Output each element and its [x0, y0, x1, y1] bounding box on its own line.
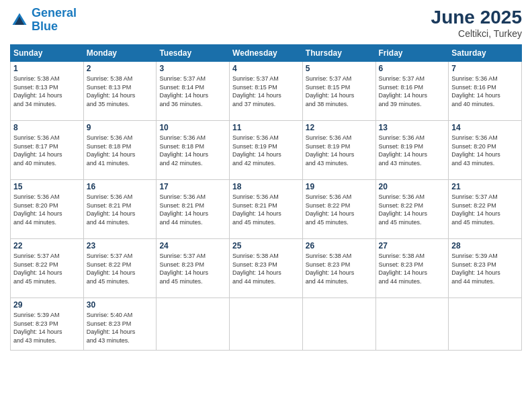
day-number: 23 — [87, 241, 154, 250]
calendar-header-row: SundayMondayTuesdayWednesdayThursdayFrid… — [11, 45, 522, 62]
calendar-cell: 1Sunrise: 5:38 AM Sunset: 8:13 PM Daylig… — [11, 62, 84, 121]
calendar-cell: 4Sunrise: 5:37 AM Sunset: 8:15 PM Daylig… — [230, 62, 303, 121]
calendar-cell — [302, 298, 375, 351]
day-number: 20 — [379, 182, 446, 191]
day-number: 18 — [232, 182, 300, 191]
day-info: Sunrise: 5:36 AM Sunset: 8:21 PM Dayligh… — [232, 193, 300, 226]
calendar-cell: 5Sunrise: 5:37 AM Sunset: 8:15 PM Daylig… — [302, 62, 375, 121]
day-number: 24 — [159, 241, 226, 250]
calendar-cell: 24Sunrise: 5:37 AM Sunset: 8:23 PM Dayli… — [157, 239, 230, 298]
logo-icon — [10, 11, 29, 30]
calendar-header-cell: Thursday — [302, 45, 375, 62]
day-number: 17 — [159, 182, 226, 191]
day-info: Sunrise: 5:36 AM Sunset: 8:21 PM Dayligh… — [87, 193, 154, 226]
calendar-cell: 22Sunrise: 5:37 AM Sunset: 8:22 PM Dayli… — [11, 239, 84, 298]
calendar-cell: 30Sunrise: 5:40 AM Sunset: 8:23 PM Dayli… — [83, 298, 157, 351]
calendar-cell: 17Sunrise: 5:36 AM Sunset: 8:21 PM Dayli… — [157, 180, 230, 239]
calendar-cell: 23Sunrise: 5:37 AM Sunset: 8:22 PM Dayli… — [83, 239, 157, 298]
calendar-cell: 3Sunrise: 5:37 AM Sunset: 8:14 PM Daylig… — [157, 62, 230, 121]
calendar-week-row: 8Sunrise: 5:36 AM Sunset: 8:17 PM Daylig… — [11, 121, 522, 180]
calendar-cell: 27Sunrise: 5:38 AM Sunset: 8:23 PM Dayli… — [375, 239, 449, 298]
day-info: Sunrise: 5:40 AM Sunset: 8:23 PM Dayligh… — [87, 311, 154, 345]
day-number: 1 — [13, 64, 81, 73]
calendar-body: 1Sunrise: 5:38 AM Sunset: 8:13 PM Daylig… — [11, 62, 522, 351]
month-title: June 2025 — [431, 7, 522, 28]
day-info: Sunrise: 5:38 AM Sunset: 8:23 PM Dayligh… — [306, 252, 373, 285]
day-number: 22 — [13, 241, 81, 250]
day-info: Sunrise: 5:37 AM Sunset: 8:23 PM Dayligh… — [159, 252, 226, 285]
logo-line2: Blue — [32, 19, 58, 33]
day-number: 8 — [13, 123, 81, 132]
day-number: 26 — [306, 241, 373, 250]
day-info: Sunrise: 5:37 AM Sunset: 8:15 PM Dayligh… — [306, 75, 373, 108]
title-block: June 2025 Celtikci, Turkey — [431, 7, 522, 39]
calendar-cell: 15Sunrise: 5:36 AM Sunset: 8:20 PM Dayli… — [11, 180, 84, 239]
calendar-cell: 11Sunrise: 5:36 AM Sunset: 8:19 PM Dayli… — [230, 121, 303, 180]
day-info: Sunrise: 5:36 AM Sunset: 8:22 PM Dayligh… — [306, 193, 373, 226]
calendar-cell: 18Sunrise: 5:36 AM Sunset: 8:21 PM Dayli… — [230, 180, 303, 239]
day-info: Sunrise: 5:36 AM Sunset: 8:18 PM Dayligh… — [87, 134, 154, 167]
calendar-week-row: 22Sunrise: 5:37 AM Sunset: 8:22 PM Dayli… — [11, 239, 522, 298]
calendar-cell: 26Sunrise: 5:38 AM Sunset: 8:23 PM Dayli… — [302, 239, 375, 298]
day-number: 2 — [87, 64, 154, 73]
day-number: 4 — [232, 64, 300, 73]
day-number: 28 — [451, 241, 519, 250]
day-info: Sunrise: 5:36 AM Sunset: 8:19 PM Dayligh… — [232, 134, 300, 167]
day-info: Sunrise: 5:38 AM Sunset: 8:23 PM Dayligh… — [379, 252, 446, 285]
day-info: Sunrise: 5:36 AM Sunset: 8:17 PM Dayligh… — [13, 134, 81, 167]
day-number: 7 — [451, 64, 519, 73]
calendar-header-cell: Wednesday — [230, 45, 303, 62]
day-info: Sunrise: 5:37 AM Sunset: 8:16 PM Dayligh… — [379, 75, 446, 108]
calendar: SundayMondayTuesdayWednesdayThursdayFrid… — [10, 44, 522, 351]
calendar-cell: 10Sunrise: 5:36 AM Sunset: 8:18 PM Dayli… — [157, 121, 230, 180]
day-info: Sunrise: 5:36 AM Sunset: 8:19 PM Dayligh… — [306, 134, 373, 167]
calendar-cell: 14Sunrise: 5:36 AM Sunset: 8:20 PM Dayli… — [449, 121, 522, 180]
logo-line1: General — [32, 6, 77, 19]
day-info: Sunrise: 5:39 AM Sunset: 8:23 PM Dayligh… — [13, 311, 81, 345]
day-number: 11 — [232, 123, 300, 132]
day-info: Sunrise: 5:36 AM Sunset: 8:18 PM Dayligh… — [159, 134, 226, 167]
calendar-cell: 16Sunrise: 5:36 AM Sunset: 8:21 PM Dayli… — [83, 180, 157, 239]
day-number: 16 — [87, 182, 154, 191]
day-info: Sunrise: 5:36 AM Sunset: 8:19 PM Dayligh… — [379, 134, 446, 167]
day-number: 25 — [232, 241, 300, 250]
calendar-cell: 8Sunrise: 5:36 AM Sunset: 8:17 PM Daylig… — [11, 121, 84, 180]
day-info: Sunrise: 5:37 AM Sunset: 8:22 PM Dayligh… — [87, 252, 154, 285]
day-number: 19 — [306, 182, 373, 191]
logo-text: General Blue — [32, 7, 77, 34]
calendar-header-cell: Monday — [83, 45, 157, 62]
day-info: Sunrise: 5:39 AM Sunset: 8:23 PM Dayligh… — [451, 252, 519, 285]
day-info: Sunrise: 5:36 AM Sunset: 8:20 PM Dayligh… — [13, 193, 81, 226]
day-number: 21 — [451, 182, 519, 191]
calendar-cell: 29Sunrise: 5:39 AM Sunset: 8:23 PM Dayli… — [11, 298, 84, 351]
day-info: Sunrise: 5:37 AM Sunset: 8:14 PM Dayligh… — [159, 75, 226, 108]
calendar-week-row: 15Sunrise: 5:36 AM Sunset: 8:20 PM Dayli… — [11, 180, 522, 239]
day-info: Sunrise: 5:38 AM Sunset: 8:13 PM Dayligh… — [13, 75, 81, 108]
day-info: Sunrise: 5:37 AM Sunset: 8:22 PM Dayligh… — [451, 193, 519, 226]
page: General Blue June 2025 Celtikci, Turkey … — [0, 0, 532, 411]
day-number: 9 — [87, 123, 154, 132]
day-info: Sunrise: 5:38 AM Sunset: 8:23 PM Dayligh… — [232, 252, 300, 285]
calendar-cell: 12Sunrise: 5:36 AM Sunset: 8:19 PM Dayli… — [302, 121, 375, 180]
day-number: 30 — [87, 300, 154, 310]
day-info: Sunrise: 5:36 AM Sunset: 8:16 PM Dayligh… — [451, 75, 519, 108]
calendar-cell — [375, 298, 449, 351]
day-number: 14 — [451, 123, 519, 132]
calendar-cell — [449, 298, 522, 351]
day-info: Sunrise: 5:37 AM Sunset: 8:22 PM Dayligh… — [13, 252, 81, 285]
subtitle: Celtikci, Turkey — [431, 28, 522, 39]
calendar-cell: 28Sunrise: 5:39 AM Sunset: 8:23 PM Dayli… — [449, 239, 522, 298]
day-number: 12 — [306, 123, 373, 132]
calendar-cell: 7Sunrise: 5:36 AM Sunset: 8:16 PM Daylig… — [449, 62, 522, 121]
calendar-cell — [157, 298, 230, 351]
day-info: Sunrise: 5:36 AM Sunset: 8:21 PM Dayligh… — [159, 193, 226, 226]
calendar-header-cell: Tuesday — [157, 45, 230, 62]
logo: General Blue — [10, 7, 77, 34]
day-number: 10 — [159, 123, 226, 132]
calendar-cell: 20Sunrise: 5:36 AM Sunset: 8:22 PM Dayli… — [375, 180, 449, 239]
calendar-cell: 25Sunrise: 5:38 AM Sunset: 8:23 PM Dayli… — [230, 239, 303, 298]
calendar-cell: 13Sunrise: 5:36 AM Sunset: 8:19 PM Dayli… — [375, 121, 449, 180]
day-info: Sunrise: 5:37 AM Sunset: 8:15 PM Dayligh… — [232, 75, 300, 108]
calendar-cell — [230, 298, 303, 351]
day-info: Sunrise: 5:38 AM Sunset: 8:13 PM Dayligh… — [87, 75, 154, 108]
